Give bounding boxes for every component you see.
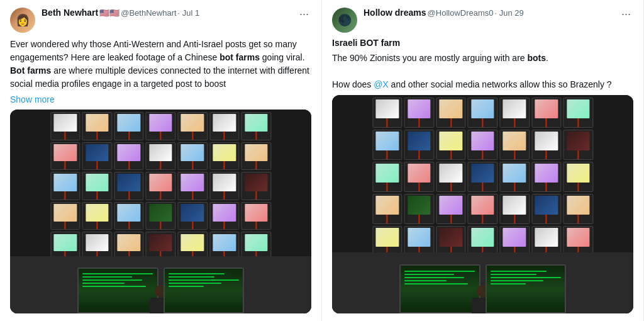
phone-item — [468, 162, 498, 192]
phone-item — [209, 232, 240, 260]
phone-item — [177, 232, 208, 260]
phone-item — [372, 98, 402, 128]
tweet-image-right — [332, 95, 633, 313]
phone-wall-right — [370, 95, 596, 259]
phone-item — [436, 194, 466, 224]
phone-item — [242, 112, 272, 140]
phone-item — [82, 142, 112, 171]
avatar-left: 👩 — [10, 8, 35, 33]
tweet-body-left: Ever wondered why those Anti-Western and… — [10, 38, 311, 91]
tweet-bold-label: Bot farms — [10, 65, 51, 76]
phone-item — [209, 202, 240, 230]
tweet-panel-right: 🌑 Hollow dreams @HollowDreams0 · Jun 29 … — [322, 0, 644, 321]
phone-item — [209, 112, 240, 140]
phone-item — [564, 194, 594, 224]
phone-item — [404, 162, 434, 192]
phone-item — [114, 142, 144, 171]
phone-item — [564, 130, 594, 160]
phone-item — [50, 112, 80, 140]
user-handle-right[interactable]: @HollowDreams0 — [428, 8, 494, 18]
show-more-link[interactable]: Show more — [10, 94, 311, 104]
user-info-left: Beth Newhart 🇺🇸🇺🇸 @BethNewhart · Jul 1 — [42, 8, 297, 18]
phone-item — [436, 130, 466, 160]
phone-item — [82, 232, 112, 260]
phone-item — [82, 202, 112, 230]
tweet-text-r3: How does — [332, 79, 374, 89]
tweet-text-r1: The 90% Zionists you are mostly arguing … — [332, 53, 527, 63]
phone-item — [372, 162, 402, 192]
phone-item — [177, 172, 208, 200]
phone-item — [468, 194, 498, 224]
phone-item — [50, 232, 80, 260]
phone-item — [177, 202, 208, 230]
tweet-header-right: 🌑 Hollow dreams @HollowDreams0 · Jun 29 … — [332, 8, 633, 33]
user-handle-left[interactable]: @BethNewhart — [121, 8, 176, 18]
phone-item — [499, 98, 530, 128]
tweet-text-part2: going viral. — [260, 52, 305, 62]
phone-item — [468, 130, 498, 160]
phone-item — [468, 98, 498, 128]
phone-item — [564, 162, 594, 192]
phone-item — [404, 98, 434, 128]
phone-item — [436, 98, 466, 128]
desk-area-left — [10, 256, 311, 313]
tweet-header-left: 👩 Beth Newhart 🇺🇸🇺🇸 @BethNewhart · Jul 1… — [10, 8, 311, 33]
desk-area-right — [332, 252, 633, 313]
tweet-text-r2: . — [546, 53, 548, 63]
phone-item — [531, 194, 562, 224]
phone-item — [242, 142, 272, 171]
phone-item — [564, 98, 594, 128]
phone-item — [531, 162, 562, 192]
phone-item — [499, 194, 530, 224]
more-options-left[interactable]: ··· — [297, 8, 311, 21]
tweet-text-r4: and other social media networks allow th… — [389, 79, 612, 89]
phone-item — [209, 172, 240, 200]
user-name-right[interactable]: Hollow dreams — [364, 8, 426, 18]
tweet-text-part3: are where multiple devices connected to … — [10, 65, 309, 89]
phone-item — [372, 194, 402, 224]
bot-farm-visual-left — [10, 110, 311, 313]
bot-farm-visual-right — [332, 95, 633, 313]
phone-item — [209, 142, 240, 171]
tweet-date-left: · Jul 1 — [178, 8, 200, 18]
phone-item — [372, 130, 402, 160]
tweet-panel-left: 👩 Beth Newhart 🇺🇸🇺🇸 @BethNewhart · Jul 1… — [0, 0, 322, 321]
phone-item — [242, 232, 272, 260]
more-options-right[interactable]: ··· — [619, 8, 633, 21]
phone-item — [436, 162, 466, 192]
user-info-right: Hollow dreams @HollowDreams0 · Jun 29 — [364, 8, 619, 18]
phone-item — [114, 232, 144, 260]
monitor-right-2 — [486, 264, 567, 313]
phone-item — [114, 172, 144, 200]
phone-item — [146, 172, 176, 200]
phone-item — [404, 194, 434, 224]
phone-item — [82, 112, 112, 140]
tweet-bold1: bot farms — [219, 52, 260, 62]
phone-item — [404, 130, 434, 160]
tweet-title-right: Israeli BOT farm — [332, 38, 633, 48]
phone-item — [114, 202, 144, 230]
user-flags-left: 🇺🇸🇺🇸 — [99, 8, 119, 18]
phone-item — [531, 98, 562, 128]
phone-item — [50, 142, 80, 171]
phone-wall-left — [48, 110, 274, 262]
phone-item — [146, 232, 176, 260]
phone-item — [499, 162, 530, 192]
phone-item — [242, 202, 272, 230]
phone-item — [50, 172, 80, 200]
mention-x[interactable]: @X — [374, 79, 389, 89]
phone-item — [531, 130, 562, 160]
phone-item — [146, 142, 176, 171]
phone-item — [177, 142, 208, 171]
tweet-image-left — [10, 110, 311, 313]
tweet-bold-r1: bots — [527, 53, 546, 63]
phone-item — [242, 172, 272, 200]
phone-item — [499, 130, 530, 160]
avatar-right: 🌑 — [332, 8, 357, 33]
phone-item — [146, 112, 176, 140]
phone-item — [146, 202, 176, 230]
tweet-body-right: The 90% Zionists you are mostly arguing … — [332, 52, 633, 91]
user-name-left[interactable]: Beth Newhart — [42, 8, 98, 18]
phone-item — [114, 112, 144, 140]
phone-item — [82, 172, 112, 200]
